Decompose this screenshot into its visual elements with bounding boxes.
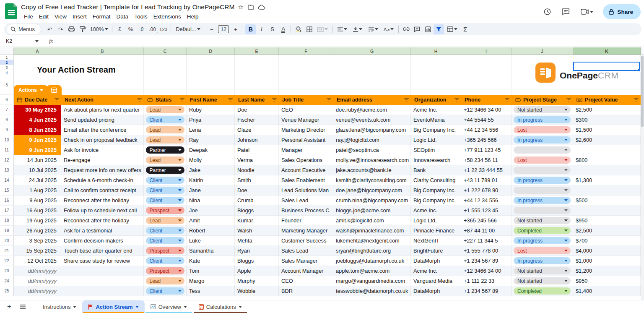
formula-input[interactable] <box>59 36 644 47</box>
cell-job[interactable]: CEO <box>279 276 333 286</box>
cell-last[interactable]: Smith <box>235 175 279 185</box>
cell-due-date[interactable]: 9 Jun 2025 <box>14 135 61 145</box>
cell-job[interactable]: Account Manager <box>279 266 333 276</box>
cell-first[interactable]: Joe <box>187 206 235 216</box>
stage-dropdown[interactable]: Lost <box>514 156 571 164</box>
cell-first[interactable]: Molly <box>187 155 235 165</box>
cell-stage[interactable] <box>512 165 573 175</box>
cell-value[interactable]: $800 <box>573 155 641 165</box>
status-dropdown[interactable]: Client <box>146 227 184 234</box>
cell-first[interactable]: Amit <box>187 216 235 226</box>
cell-due-date[interactable]: dd/mm/yyyy <box>14 286 61 296</box>
column-header-K[interactable]: K <box>573 47 641 55</box>
row-header-4[interactable]: 4 <box>0 70 14 75</box>
column-header-H[interactable]: H <box>411 47 461 55</box>
cell-email[interactable]: jake.accounts@bank.ie <box>333 165 411 175</box>
row-header-11[interactable]: 11 <box>0 145 14 155</box>
row-header-8[interactable]: 8 <box>0 115 14 125</box>
cell-stage[interactable]: In progress <box>512 196 573 206</box>
cell-due-date[interactable]: 9 Aug 2025 <box>14 196 61 206</box>
cell-email[interactable]: walsh@pinnaclefinance.com <box>333 226 411 236</box>
fill-handle[interactable] <box>638 69 641 72</box>
cell-stage[interactable]: Lost <box>512 246 573 256</box>
status-dropdown[interactable]: Partner <box>146 146 184 154</box>
cell-value[interactable]: $500 <box>573 196 641 206</box>
filter-funnel-icon[interactable] <box>228 98 233 102</box>
cell-action[interactable] <box>61 276 144 286</box>
row-header-15[interactable]: 15 <box>0 185 14 196</box>
cell-value[interactable]: $1,500 <box>573 125 641 135</box>
insert-comment-button[interactable] <box>412 24 422 34</box>
cell-due-date[interactable]: 19 Aug 2025 <box>14 216 61 226</box>
cell-action[interactable]: Reconnect after the holiday <box>61 216 144 226</box>
cell-first[interactable]: Jane <box>187 185 235 196</box>
stage-dropdown[interactable] <box>514 167 571 174</box>
cell-phone[interactable]: +365 245 566 <box>461 135 512 145</box>
menu-file[interactable]: File <box>21 13 36 21</box>
cell-first[interactable]: Kate <box>187 256 235 266</box>
header-last-name[interactable]: Last Name <box>235 95 279 105</box>
cell-phone[interactable]: +87 44 11 00 <box>461 226 512 236</box>
cell-last[interactable]: Apple <box>235 266 279 276</box>
selected-cell-outline[interactable] <box>573 62 640 71</box>
cell-email[interactable]: venue@events.uk.com <box>333 115 411 125</box>
sheet-tab-calculations[interactable]: Calculations <box>193 300 248 313</box>
row-header-24[interactable]: 24 <box>0 276 14 286</box>
document-title[interactable]: Copy of Free Lead Tracker | Template for… <box>21 3 234 11</box>
video-call-button[interactable] <box>576 4 598 19</box>
cell-stage[interactable] <box>512 206 573 216</box>
cell-due-date[interactable]: 4 Jun 2025 <box>14 115 61 125</box>
cell-first[interactable]: Samantha <box>187 246 235 256</box>
cell-last[interactable]: Walsh <box>235 226 279 236</box>
cell-due-date[interactable]: 9 Jun 2025 <box>14 145 61 155</box>
column-header-G[interactable]: G <box>333 47 411 55</box>
header-due-date[interactable]: Due Date <box>14 95 61 105</box>
sheet-tab-overview[interactable]: Overview <box>145 300 193 313</box>
cell-value[interactable] <box>573 165 641 175</box>
functions-button[interactable]: Σ <box>460 24 470 34</box>
cell-phone[interactable]: +1 555 778 00 <box>461 246 512 256</box>
cell-org[interactable]: EventoMania <box>411 115 461 125</box>
stage-dropdown[interactable]: Not started <box>514 277 571 284</box>
cell-email[interactable]: tesswobble@datamorph.co.uk <box>333 286 411 296</box>
all-sheets-button[interactable] <box>16 301 29 312</box>
cell-org[interactable]: Acme Inc. <box>411 105 461 115</box>
cell-org[interactable]: Logic Ltd. <box>411 135 461 145</box>
filter-funnel-icon[interactable] <box>137 98 142 102</box>
status-dropdown[interactable]: Partner <box>146 167 184 174</box>
header-organization[interactable]: Organization <box>411 95 461 105</box>
status-dropdown[interactable]: Lead <box>146 217 184 224</box>
header-phone[interactable]: Phone <box>461 95 512 105</box>
stage-dropdown[interactable]: In progress <box>514 197 571 204</box>
cell-value[interactable]: $300 <box>573 115 641 125</box>
cell-action[interactable]: Request more info on new offers <box>61 165 144 175</box>
cell-due-date[interactable]: 3 Sep 2025 <box>14 236 61 246</box>
cell-org[interactable]: BrightFuture <box>411 246 461 256</box>
filter-funnel-icon[interactable] <box>180 98 184 102</box>
filter-views-button[interactable] <box>444 24 460 34</box>
sheet-tab-instructions[interactable]: Instructions <box>37 300 82 313</box>
cell-job[interactable]: Founder <box>279 216 333 226</box>
horizontal-align-button[interactable] <box>335 24 350 34</box>
status-dropdown[interactable]: Lead <box>146 106 184 113</box>
row-header-12[interactable]: 12 <box>0 155 14 165</box>
cell-first[interactable]: Jake <box>187 165 235 175</box>
header-status[interactable]: Status <box>144 95 187 105</box>
status-dropdown[interactable]: Lead <box>146 136 184 143</box>
stage-dropdown[interactable]: Not started <box>514 106 571 113</box>
row-header-18[interactable]: 18 <box>0 216 14 226</box>
stage-dropdown[interactable]: Not started <box>514 217 571 224</box>
text-color-button[interactable]: A <box>278 24 288 34</box>
strikethrough-button[interactable]: S <box>267 24 278 34</box>
cell-action[interactable]: Ask for a testimonial <box>61 226 144 236</box>
cell-status[interactable]: Lead <box>144 155 187 165</box>
fill-color-button[interactable] <box>293 24 304 34</box>
sheets-logo-icon[interactable] <box>5 3 17 19</box>
row-header-9[interactable]: 9 <box>0 125 14 135</box>
stage-dropdown[interactable]: In progress <box>514 136 571 143</box>
insert-chart-button[interactable] <box>423 24 433 34</box>
menu-edit[interactable]: Edit <box>36 13 52 21</box>
cell-email[interactable]: molly.ve@innovaresearch.com <box>333 155 411 165</box>
share-button[interactable]: Share <box>603 4 641 19</box>
stage-dropdown[interactable] <box>514 207 571 214</box>
